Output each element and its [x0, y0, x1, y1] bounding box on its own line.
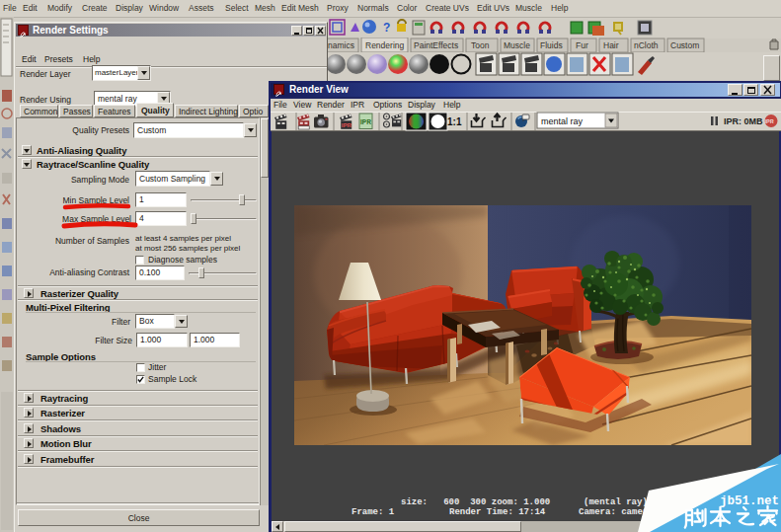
svg-text:namics: namics	[328, 40, 354, 50]
svg-text:jb51.net: jb51.net	[720, 494, 779, 508]
svg-text:nCloth: nCloth	[634, 40, 659, 50]
svg-text:IPR: IPR	[765, 118, 774, 124]
svg-text:Custom: Custom	[670, 40, 699, 50]
svg-text:mental ray: mental ray	[541, 116, 584, 126]
svg-text:Fur: Fur	[576, 40, 588, 50]
svg-text:Muscle: Muscle	[504, 40, 530, 50]
svg-text:?: ?	[383, 21, 390, 35]
svg-text:Toon: Toon	[471, 40, 490, 50]
svg-text:Fluids: Fluids	[540, 40, 563, 50]
svg-text:1:1: 1:1	[447, 116, 462, 127]
svg-text:IPR: IPR	[360, 118, 371, 125]
svg-text:Rendering: Rendering	[365, 40, 404, 50]
svg-text:Hair: Hair	[603, 40, 619, 50]
svg-text:PaintEffects: PaintEffects	[414, 40, 458, 50]
svg-text:IPR: IPR	[342, 122, 352, 128]
svg-text:IPR: 0MB: IPR: 0MB	[724, 116, 763, 126]
